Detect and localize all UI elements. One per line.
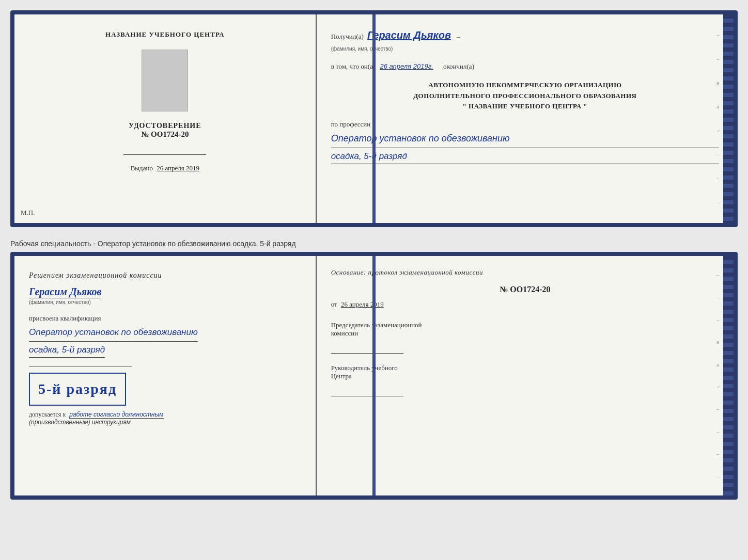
org-line2: ДОПОЛНИТЕЛЬНОГО ПРОФЕССИОНАЛЬНОГО ОБРАЗО… xyxy=(331,91,719,102)
side-markers: ––иа←––– xyxy=(716,14,722,223)
org-line1: АВТОНОМНУЮ НЕКОММЕРЧЕСКУЮ ОРГАНИЗАЦИЮ xyxy=(331,80,719,91)
mp-label: М.П. xyxy=(21,209,35,217)
profession-line1: Оператор установок по обезвоживанию xyxy=(331,132,719,148)
stamp-box: 5-й разряд xyxy=(29,373,126,406)
top-doc-left: НАЗВАНИЕ УЧЕБНОГО ЦЕНТРА УДОСТОВЕРЕНИЕ №… xyxy=(14,14,317,223)
resheniem-title: Решением экзаменационной комиссии xyxy=(29,271,162,280)
top-document: НАЗВАНИЕ УЧЕБНОГО ЦЕНТРА УДОСТОВЕРЕНИЕ №… xyxy=(10,10,738,227)
osnovanie-label: Основание: протокол экзаменационной коми… xyxy=(331,268,719,277)
predsedatel-line1: Председатель экзаменационной xyxy=(331,321,422,329)
top-doc-right: Получил(а) Герасим Дьяков – (фамилия, им… xyxy=(317,14,734,223)
dopuskaetsya-text: работе согласно должностным xyxy=(69,411,163,419)
issued-row: Выдано 26 апреля 2019 xyxy=(131,164,199,172)
photo-placeholder xyxy=(142,50,188,111)
kvali-line1: Оператор установок по обезвоживанию xyxy=(29,326,198,342)
predsedatel-line2: комиссии xyxy=(331,329,359,337)
spine xyxy=(372,14,376,223)
spine-bottom xyxy=(372,256,376,495)
rukovoditel-sign-line xyxy=(331,396,403,396)
bottom-side-markers: –––иа←–––– xyxy=(716,256,722,495)
stamp-razryad: 5-й разряд xyxy=(38,381,117,397)
predsedatel-label: Председатель экзаменационной комиссии xyxy=(331,321,719,338)
ot-prefix: от xyxy=(331,300,337,308)
ribbon-right xyxy=(723,14,734,223)
po-professii: по профессии xyxy=(331,120,719,129)
rukovoditel-line2: Центра xyxy=(331,372,352,380)
org-line3: " НАЗВАНИЕ УЧЕБНОГО ЦЕНТРА " xyxy=(331,101,719,112)
vtom-row: в том, что он(а) 26 апреля 2019г. окончи… xyxy=(331,62,719,71)
protocol-number: № OO1724-20 xyxy=(331,285,719,294)
vtom-prefix: в том, что он(а) xyxy=(331,62,376,70)
bottom-doc-left: Решением экзаменационной комиссии Гераси… xyxy=(14,256,317,495)
predsedatel-sign-line xyxy=(331,353,403,354)
prisvoena-label: присвоена квалификация xyxy=(29,314,101,323)
cert-label: УДОСТОВЕРЕНИЕ xyxy=(129,122,201,130)
rukovoditel-label: Руководитель учебного Центра xyxy=(331,364,719,380)
org-block: АВТОНОМНУЮ НЕКОММЕРЧЕСКУЮ ОРГАНИЗАЦИЮ ДО… xyxy=(331,80,719,112)
bottom-document: Решением экзаменационной комиссии Гераси… xyxy=(10,252,738,500)
cert-number: № OO1724-20 xyxy=(141,130,189,139)
okончил: окончил(а) xyxy=(443,62,474,70)
dopuskaetsya-line2: (производственным) инструкциям xyxy=(29,419,131,426)
recipient-name: Герасим Дьяков xyxy=(367,29,451,41)
ot-row: от 26 апреля 2019 xyxy=(331,300,719,309)
recipient-prefix: Получил(а) xyxy=(331,33,364,40)
kvali-line2: осадка, 5-й разряд xyxy=(29,345,105,358)
issued-date: 26 апреля 2019 xyxy=(157,164,199,172)
dopuskaetsya: допускается к работе согласно должностны… xyxy=(29,411,164,419)
info-text: Рабочая специальность - Оператор установ… xyxy=(10,235,738,252)
vtom-date: 26 апреля 2019г. xyxy=(380,62,433,70)
dopuskaetsya-prefix: допускается к xyxy=(29,411,66,418)
recipient-row: Получил(а) Герасим Дьяков – (фамилия, им… xyxy=(331,27,719,54)
bottom-person-name: Герасим Дьяков xyxy=(29,286,101,298)
profession-line2: осадка, 5-й разряд xyxy=(331,151,719,164)
top-left-title: НАЗВАНИЕ УЧЕБНОГО ЦЕНТРА xyxy=(105,30,225,39)
recipient-hint: (фамилия, имя, отчество) xyxy=(331,46,393,52)
ribbon-right-bottom xyxy=(723,256,734,495)
rukovoditel-line1: Руководитель учебного xyxy=(331,364,398,372)
issued-label: Выдано xyxy=(131,164,153,172)
bottom-person-hint: (фамилия, имя, отчество) xyxy=(29,299,91,305)
ot-date: 26 апреля 2019 xyxy=(341,300,384,308)
bottom-doc-right: Основание: протокол экзаменационной коми… xyxy=(317,256,734,495)
dash1: – xyxy=(457,33,460,40)
name-underline-wrapper: Герасим Дьяков xyxy=(29,286,101,298)
